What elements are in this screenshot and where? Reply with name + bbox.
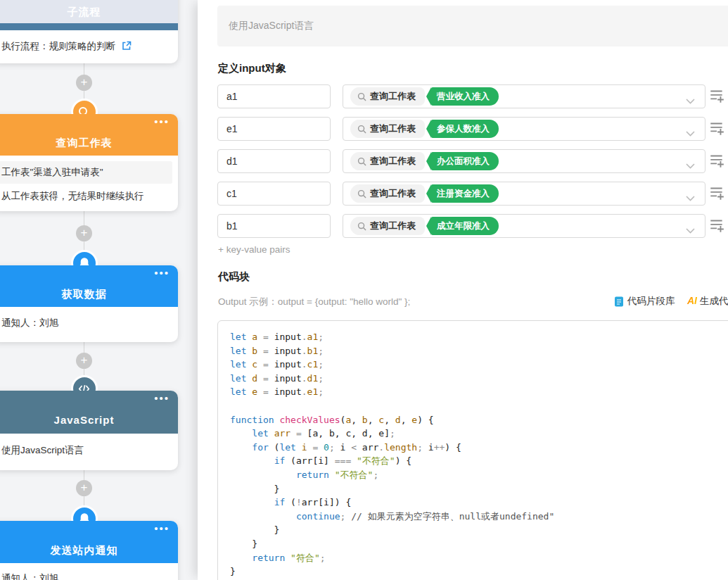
plus-icon: + [81, 353, 88, 367]
field-tag: 参保人数准入 [431, 120, 499, 138]
node-header: ••• 查询工作表 [0, 114, 178, 156]
kv-value-select[interactable]: 查询工作表 办公面积准入 [343, 149, 705, 173]
node-menu-button[interactable]: ••• [154, 118, 170, 125]
kv-value-select[interactable]: 查询工作表 参保人数准入 [343, 117, 705, 141]
document-icon [614, 296, 624, 307]
source-node-label: 查询工作表 [370, 122, 416, 135]
source-node-label: 查询工作表 [370, 187, 416, 200]
node-title: 查询工作表 [0, 114, 178, 150]
field-tag: 营业收入准入 [431, 87, 499, 106]
node-body: 执行流程：规则策略的判断 [0, 30, 178, 63]
search-icon [357, 157, 366, 166]
node-detail-row: 通知人：刘旭 [0, 307, 178, 339]
node-detail-row: 使用JavaScript语言 [0, 434, 178, 467]
insert-field-button[interactable] [708, 217, 728, 235]
search-icon [357, 125, 366, 134]
kv-value-select[interactable]: 查询工作表 营业收入准入 [343, 84, 705, 108]
add-node-button[interactable]: + [76, 225, 92, 241]
node-title: JavaScript [0, 391, 178, 426]
chevron-down-icon [686, 224, 695, 237]
node-detail-row: 从工作表获得，无结果时继续执行 [0, 184, 178, 204]
node-title: 发送站内通知 [0, 521, 178, 557]
snippet-button-label: 代码片段库 [627, 295, 675, 308]
node-menu-button[interactable]: ••• [154, 525, 170, 532]
source-node-chip: 查询工作表 [350, 120, 425, 138]
node-menu-button[interactable]: ••• [154, 270, 170, 277]
node-body: 工作表"渠道入驻申请表" 从工作表获得，无结果时继续执行 [0, 161, 178, 210]
kv-key-input[interactable] [217, 214, 331, 238]
ai-generate-button[interactable]: AI生成代码 [687, 295, 728, 308]
source-node-label: 查询工作表 [370, 155, 416, 168]
flow-canvas: 子流程 执行流程：规则策略的判断 + ••• 查 [0, 0, 198, 580]
source-node-label: 查询工作表 [370, 220, 416, 232]
search-icon [357, 222, 366, 231]
node-header: ••• JavaScript [0, 391, 178, 434]
insert-field-button[interactable] [708, 87, 728, 106]
ai-logo: AI [687, 295, 697, 306]
code-section-title: 代码块 [218, 270, 250, 284]
source-node-chip: 查询工作表 [350, 184, 425, 203]
plus-icon: + [81, 75, 88, 89]
external-link-icon[interactable] [122, 41, 132, 53]
node-menu-button[interactable]: ••• [154, 395, 170, 402]
insert-field-button[interactable] [708, 184, 728, 203]
node-header: ••• 获取数据 [0, 265, 178, 307]
code-snippet-library-button[interactable]: 代码片段库 [614, 295, 675, 308]
node-config-drawer: 使用JavaScript语言 定义input对象 查询工作表 营业收入准入 查询… [198, 0, 728, 580]
source-node-chip: 查询工作表 [350, 87, 425, 106]
search-icon [357, 189, 366, 198]
kv-value-select[interactable]: 查询工作表 成立年限准入 [343, 214, 705, 238]
field-tag: 注册资金准入 [431, 184, 499, 203]
chevron-down-icon [686, 94, 695, 107]
insert-field-button[interactable] [708, 152, 728, 170]
node-query-worksheet[interactable]: ••• 查询工作表 工作表"渠道入驻申请表" 从工作表获得，无结果时继续执行 [0, 114, 178, 211]
node-javascript[interactable]: ••• JavaScript 使用JavaScript语言 [0, 391, 178, 470]
insert-field-button[interactable] [708, 120, 728, 138]
source-node-chip: 查询工作表 [350, 152, 425, 170]
source-node-chip: 查询工作表 [350, 217, 425, 235]
field-tag: 成立年限准入 [431, 217, 499, 235]
add-key-value-button[interactable]: + key-value pairs [218, 244, 290, 255]
add-node-button[interactable]: + [76, 75, 92, 91]
kv-key-input[interactable] [217, 117, 331, 141]
node-header: 子流程 [0, 0, 178, 23]
kv-key-input[interactable] [217, 84, 331, 108]
chevron-down-icon [686, 127, 695, 139]
kv-value-select[interactable]: 查询工作表 注册资金准入 [343, 182, 705, 206]
node-send-notification[interactable]: ••• 发送站内通知 通知人：刘旭 [0, 521, 178, 580]
node-header: ••• 发送站内通知 [0, 521, 178, 563]
source-node-label: 查询工作表 [370, 90, 416, 103]
subprocess-accent-bar [0, 23, 178, 30]
kv-key-input[interactable] [217, 182, 331, 206]
code-editor[interactable]: let a = input.a1;let b = input.b1;let c … [217, 320, 728, 580]
node-description-input[interactable]: 使用JavaScript语言 [217, 6, 728, 46]
input-section-title: 定义input对象 [218, 62, 286, 75]
plus-icon: + [81, 481, 88, 494]
chevron-down-icon [686, 191, 695, 204]
node-title: 获取数据 [0, 265, 178, 301]
node-summary: 执行流程：规则策略的判断 [1, 41, 115, 51]
output-example-hint: Output 示例：output = {output: "hello world… [218, 296, 410, 308]
node-get-data[interactable]: ••• 获取数据 通知人：刘旭 [0, 265, 178, 342]
node-detail-row: 通知人：刘旭 [0, 563, 178, 580]
search-icon [357, 92, 366, 101]
node-detail-row: 工作表"渠道入驻申请表" [0, 161, 172, 184]
plus-icon: + [81, 226, 88, 239]
node-subprocess[interactable]: 子流程 执行流程：规则策略的判断 [0, 0, 178, 63]
ai-button-label: 生成代码 [700, 296, 728, 306]
workflow-editor: 子流程 执行流程：规则策略的判断 + ••• 查 [0, 0, 728, 580]
add-node-button[interactable]: + [76, 480, 92, 496]
field-tag: 办公面积准入 [431, 152, 499, 170]
node-title: 子流程 [0, 0, 178, 19]
chevron-down-icon [686, 159, 695, 172]
add-node-button[interactable]: + [76, 353, 92, 369]
kv-key-input[interactable] [217, 149, 331, 173]
